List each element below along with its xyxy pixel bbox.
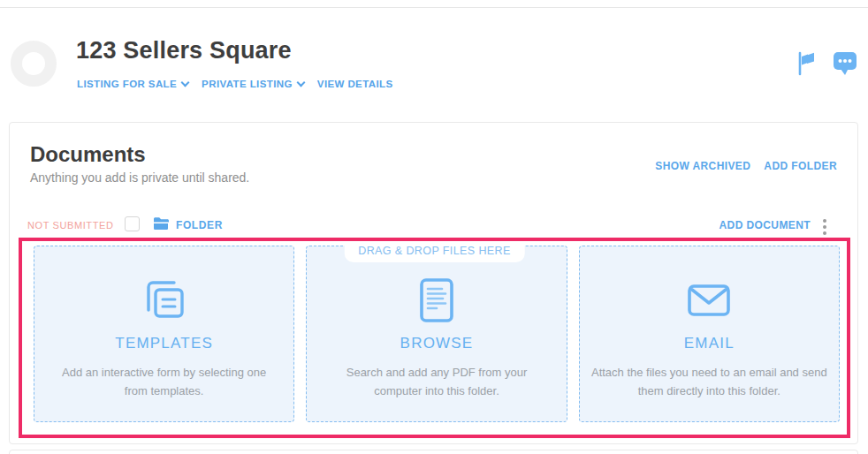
templates-card[interactable]: TEMPLATES Add an interactive form by sel… — [34, 246, 294, 422]
templates-copy-icon — [141, 273, 188, 328]
folder-icon[interactable] — [153, 216, 170, 235]
documents-title: Documents — [30, 142, 146, 167]
templates-card-description: Add an interactive form by selecting one… — [53, 363, 276, 400]
drag-drop-label: DRAG & DROP FILES HERE — [344, 241, 525, 262]
chevron-down-icon — [296, 79, 305, 87]
view-details-link[interactable]: VIEW DETAILS — [317, 79, 393, 89]
top-toolbar-edge — [0, 0, 868, 8]
page-title: 123 Sellers Square — [76, 37, 292, 64]
email-card-title: EMAIL — [684, 335, 735, 352]
loop-meta-links: LISTING FOR SALE PRIVATE LISTING VIEW DE… — [77, 79, 393, 89]
loop-header: 123 Sellers Square LISTING FOR SALE PRIV… — [0, 8, 868, 122]
documents-subtitle: Anything you add is private until shared… — [30, 170, 249, 185]
folder-row: NOT SUBMITTED FOLDER ADD DOCUMENT — [10, 215, 857, 236]
browse-card-title: BROWSE — [400, 335, 474, 352]
add-folder-link[interactable]: ADD FOLDER — [764, 160, 837, 172]
property-avatar[interactable] — [11, 41, 57, 87]
email-card[interactable]: EMAIL Attach the files you need to an em… — [579, 246, 840, 422]
document-icon — [419, 273, 454, 328]
browse-card-description: Search and add any PDF from your compute… — [331, 363, 543, 400]
email-card-description: Attach the files you need to an email an… — [590, 363, 827, 400]
documents-panel: Documents Anything you add is private un… — [9, 122, 858, 444]
chevron-down-icon — [181, 79, 190, 87]
browse-card[interactable]: BROWSE Search and add any PDF from your … — [306, 246, 567, 422]
next-folder-card-edge — [9, 450, 858, 454]
show-archived-link[interactable]: SHOW ARCHIVED — [655, 160, 750, 172]
folder-checkbox[interactable] — [125, 216, 140, 231]
chat-bubble-icon[interactable] — [833, 50, 857, 80]
status-badge: NOT SUBMITTED — [27, 220, 113, 231]
listing-status-label: PRIVATE LISTING — [202, 79, 293, 89]
flag-icon[interactable] — [794, 50, 817, 80]
listing-type-label: LISTING FOR SALE — [77, 79, 177, 89]
folder-name-label[interactable]: FOLDER — [176, 219, 223, 231]
drag-drop-zone[interactable]: DRAG & DROP FILES HERE TEMPLATES Add an … — [19, 238, 850, 438]
envelope-icon — [686, 273, 732, 328]
listing-status-dropdown[interactable]: PRIVATE LISTING — [202, 79, 304, 89]
folder-overflow-menu-icon[interactable] — [821, 216, 828, 238]
templates-card-title: TEMPLATES — [115, 335, 213, 352]
add-document-link[interactable]: ADD DOCUMENT — [720, 219, 811, 231]
listing-type-dropdown[interactable]: LISTING FOR SALE — [77, 79, 188, 89]
